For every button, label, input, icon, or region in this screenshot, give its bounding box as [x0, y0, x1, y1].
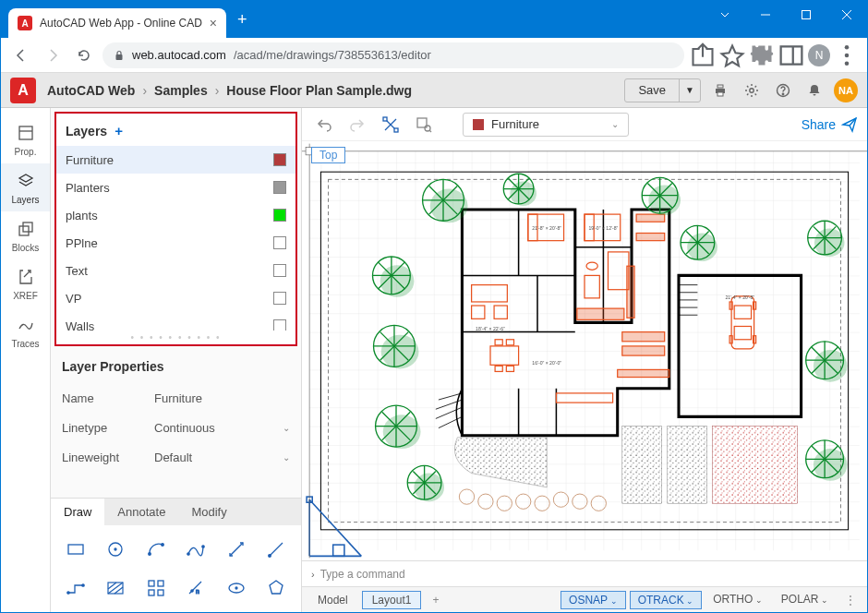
tool-category-tabs: Draw Annotate Modify: [51, 498, 301, 525]
settings-icon[interactable]: [740, 78, 764, 102]
svg-text:19'-0" × 12'-8": 19'-0" × 12'-8": [589, 225, 619, 231]
redo-icon[interactable]: [344, 112, 370, 138]
tool-array[interactable]: [139, 573, 174, 603]
command-line[interactable]: › Type a command: [302, 560, 867, 586]
add-layer-button[interactable]: +: [115, 123, 123, 138]
tool-line[interactable]: [219, 535, 254, 564]
breadcrumb-item[interactable]: AutoCAD Web: [47, 83, 135, 98]
drawing-canvas[interactable]: 21'-8" × 20'-8" 19'-0" × 12'-8" 18'-4" ×…: [302, 141, 867, 560]
print-icon[interactable]: [708, 78, 732, 102]
tab-modify[interactable]: Modify: [178, 499, 239, 525]
notifications-icon[interactable]: [802, 78, 826, 102]
tool-ray[interactable]: [259, 535, 295, 564]
layer-row[interactable]: VP: [56, 284, 295, 312]
save-dropdown-icon[interactable]: ▼: [679, 79, 700, 102]
layers-resize-handle[interactable]: • • • • • • • • • •: [56, 331, 295, 344]
svg-point-188: [383, 415, 421, 449]
status-tab-layout1[interactable]: Layout1: [362, 591, 422, 609]
nav-reload-icon[interactable]: [71, 42, 97, 68]
property-row[interactable]: LineweightDefault⌄: [62, 442, 290, 472]
svg-point-146: [648, 185, 681, 215]
save-button[interactable]: Save: [625, 79, 679, 102]
rail-blocks[interactable]: Blocks: [1, 211, 50, 259]
svg-point-134: [430, 189, 468, 223]
browser-menu-icon[interactable]: [834, 42, 860, 68]
rail-xref[interactable]: XREF: [1, 259, 50, 307]
tool-polygon[interactable]: [259, 573, 295, 603]
tab-draw[interactable]: Draw: [51, 499, 104, 525]
layer-color-swatch: [273, 153, 286, 166]
rail-traces[interactable]: Traces: [1, 307, 50, 355]
breadcrumb-item[interactable]: House Floor Plan Sample.dwg: [226, 83, 412, 98]
select-tool-icon[interactable]: [378, 112, 404, 138]
layers-panel: Layers + FurniturePlantersplantsPPlneTex…: [54, 112, 297, 346]
autocad-logo[interactable]: A: [10, 78, 36, 103]
status-tab-model[interactable]: Model: [307, 591, 358, 609]
current-layer-selector[interactable]: Furniture ⌄: [463, 113, 629, 137]
add-layout-button[interactable]: +: [425, 594, 446, 607]
svg-text:21'-8" × 20'-8": 21'-8" × 20'-8": [532, 225, 561, 231]
svg-rect-120: [713, 427, 798, 504]
svg-line-33: [108, 583, 123, 594]
tool-ellipse[interactable]: [219, 573, 254, 603]
svg-rect-100: [627, 266, 634, 318]
svg-rect-102: [636, 234, 665, 241]
user-avatar[interactable]: NA: [834, 78, 858, 102]
tool-point[interactable]: n: [179, 573, 214, 603]
undo-icon[interactable]: [311, 112, 337, 138]
browser-tab[interactable]: A AutoCAD Web App - Online CAD ×: [8, 8, 226, 38]
status-toggle-osnap[interactable]: OSNAP ⌄: [561, 591, 626, 609]
svg-point-7: [845, 44, 850, 49]
layer-row[interactable]: PPlne: [56, 229, 295, 257]
status-menu-icon[interactable]: ⋮: [839, 594, 862, 607]
status-toggle-polar[interactable]: POLAR ⌄: [774, 591, 836, 609]
minimize-icon[interactable]: [745, 1, 786, 29]
svg-rect-1: [802, 11, 811, 19]
layer-color-swatch: [473, 119, 484, 130]
tab-annotate[interactable]: Annotate: [104, 499, 178, 525]
nav-back-icon[interactable]: [8, 42, 34, 68]
browser-address-bar: web.autocad.com/acad/me/drawings/7385536…: [1, 38, 867, 73]
rail-layers[interactable]: Layers: [1, 163, 50, 211]
share-button[interactable]: Share: [802, 116, 858, 133]
help-icon[interactable]: [771, 78, 795, 102]
status-toggle-ortho[interactable]: ORTHO ⌄: [705, 591, 770, 609]
properties-icon: [16, 123, 36, 143]
tool-polyline[interactable]: [58, 573, 93, 603]
layer-name: VP: [66, 292, 81, 306]
svg-point-8: [845, 53, 850, 57]
rail-prop[interactable]: Prop.: [1, 115, 50, 163]
layer-row[interactable]: Text: [56, 257, 295, 284]
url-input[interactable]: web.autocad.com/acad/me/drawings/7385536…: [102, 42, 684, 68]
layer-row[interactable]: Planters: [56, 174, 295, 201]
svg-point-15: [782, 93, 783, 94]
layer-row[interactable]: plants: [56, 201, 295, 229]
window-close-icon[interactable]: [826, 1, 867, 29]
nav-forward-icon[interactable]: [40, 42, 66, 68]
tool-arc[interactable]: [139, 535, 174, 564]
tool-circle[interactable]: [99, 535, 134, 564]
new-tab-button[interactable]: +: [226, 10, 259, 30]
tab-close-icon[interactable]: ×: [210, 16, 217, 30]
profile-avatar[interactable]: N: [808, 44, 830, 66]
side-panel: Layers + FurniturePlantersplantsPPlneTex…: [51, 108, 302, 612]
svg-rect-4: [116, 54, 123, 60]
property-row[interactable]: LinetypeContinuous⌄: [62, 413, 290, 442]
share-page-icon[interactable]: [690, 42, 716, 68]
caret-down-icon[interactable]: [705, 1, 745, 29]
tool-spline[interactable]: [179, 535, 214, 564]
maximize-icon[interactable]: [786, 1, 826, 29]
layer-row[interactable]: Furniture: [56, 146, 295, 174]
chevron-down-icon: ⌄: [611, 119, 619, 129]
sidepanel-icon[interactable]: [778, 42, 804, 68]
breadcrumb-item[interactable]: Samples: [154, 83, 208, 98]
extensions-icon[interactable]: [749, 42, 775, 68]
svg-rect-36: [149, 581, 154, 586]
zoom-region-icon[interactable]: [411, 112, 437, 138]
layer-row[interactable]: Walls: [56, 312, 295, 331]
tool-hatch[interactable]: [99, 573, 134, 603]
view-label[interactable]: Top: [311, 147, 345, 163]
tool-rectangle[interactable]: [58, 535, 93, 564]
status-toggle-otrack[interactable]: OTRACK ⌄: [630, 591, 703, 609]
bookmark-icon[interactable]: [719, 42, 745, 68]
